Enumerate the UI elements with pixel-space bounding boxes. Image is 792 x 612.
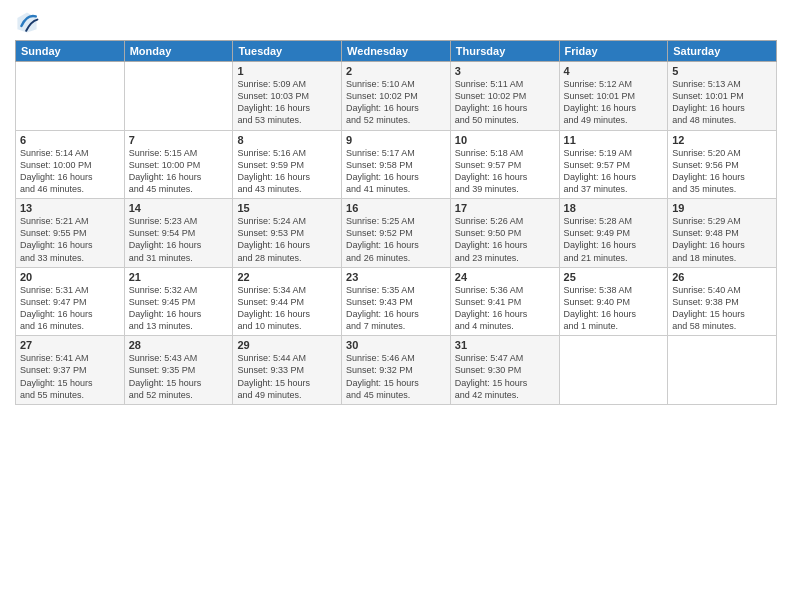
week-row-1: 1Sunrise: 5:09 AM Sunset: 10:03 PM Dayli… <box>16 62 777 131</box>
day-number: 1 <box>237 65 337 77</box>
day-info: Sunrise: 5:29 AM Sunset: 9:48 PM Dayligh… <box>672 215 772 264</box>
day-number: 23 <box>346 271 446 283</box>
week-row-2: 6Sunrise: 5:14 AM Sunset: 10:00 PM Dayli… <box>16 130 777 199</box>
calendar-cell: 4Sunrise: 5:12 AM Sunset: 10:01 PM Dayli… <box>559 62 668 131</box>
day-info: Sunrise: 5:43 AM Sunset: 9:35 PM Dayligh… <box>129 352 229 401</box>
day-info: Sunrise: 5:40 AM Sunset: 9:38 PM Dayligh… <box>672 284 772 333</box>
header <box>15 10 777 34</box>
day-header-monday: Monday <box>124 41 233 62</box>
week-row-3: 13Sunrise: 5:21 AM Sunset: 9:55 PM Dayli… <box>16 199 777 268</box>
calendar-cell: 16Sunrise: 5:25 AM Sunset: 9:52 PM Dayli… <box>342 199 451 268</box>
calendar-cell <box>668 336 777 405</box>
day-info: Sunrise: 5:18 AM Sunset: 9:57 PM Dayligh… <box>455 147 555 196</box>
calendar: SundayMondayTuesdayWednesdayThursdayFrid… <box>15 40 777 405</box>
day-number: 15 <box>237 202 337 214</box>
day-number: 26 <box>672 271 772 283</box>
day-info: Sunrise: 5:24 AM Sunset: 9:53 PM Dayligh… <box>237 215 337 264</box>
day-info: Sunrise: 5:46 AM Sunset: 9:32 PM Dayligh… <box>346 352 446 401</box>
day-info: Sunrise: 5:25 AM Sunset: 9:52 PM Dayligh… <box>346 215 446 264</box>
day-info: Sunrise: 5:32 AM Sunset: 9:45 PM Dayligh… <box>129 284 229 333</box>
page: SundayMondayTuesdayWednesdayThursdayFrid… <box>0 0 792 612</box>
calendar-cell: 21Sunrise: 5:32 AM Sunset: 9:45 PM Dayli… <box>124 267 233 336</box>
calendar-cell: 1Sunrise: 5:09 AM Sunset: 10:03 PM Dayli… <box>233 62 342 131</box>
day-info: Sunrise: 5:44 AM Sunset: 9:33 PM Dayligh… <box>237 352 337 401</box>
calendar-cell: 26Sunrise: 5:40 AM Sunset: 9:38 PM Dayli… <box>668 267 777 336</box>
day-header-saturday: Saturday <box>668 41 777 62</box>
calendar-cell: 11Sunrise: 5:19 AM Sunset: 9:57 PM Dayli… <box>559 130 668 199</box>
day-info: Sunrise: 5:20 AM Sunset: 9:56 PM Dayligh… <box>672 147 772 196</box>
calendar-cell: 29Sunrise: 5:44 AM Sunset: 9:33 PM Dayli… <box>233 336 342 405</box>
day-number: 29 <box>237 339 337 351</box>
day-header-thursday: Thursday <box>450 41 559 62</box>
calendar-cell: 7Sunrise: 5:15 AM Sunset: 10:00 PM Dayli… <box>124 130 233 199</box>
day-number: 25 <box>564 271 664 283</box>
day-number: 17 <box>455 202 555 214</box>
day-info: Sunrise: 5:14 AM Sunset: 10:00 PM Daylig… <box>20 147 120 196</box>
day-number: 5 <box>672 65 772 77</box>
day-info: Sunrise: 5:10 AM Sunset: 10:02 PM Daylig… <box>346 78 446 127</box>
day-info: Sunrise: 5:15 AM Sunset: 10:00 PM Daylig… <box>129 147 229 196</box>
day-number: 28 <box>129 339 229 351</box>
calendar-cell: 18Sunrise: 5:28 AM Sunset: 9:49 PM Dayli… <box>559 199 668 268</box>
logo-icon <box>15 10 39 34</box>
day-number: 9 <box>346 134 446 146</box>
day-info: Sunrise: 5:19 AM Sunset: 9:57 PM Dayligh… <box>564 147 664 196</box>
day-info: Sunrise: 5:11 AM Sunset: 10:02 PM Daylig… <box>455 78 555 127</box>
day-info: Sunrise: 5:12 AM Sunset: 10:01 PM Daylig… <box>564 78 664 127</box>
day-number: 2 <box>346 65 446 77</box>
day-info: Sunrise: 5:17 AM Sunset: 9:58 PM Dayligh… <box>346 147 446 196</box>
day-number: 6 <box>20 134 120 146</box>
calendar-cell: 5Sunrise: 5:13 AM Sunset: 10:01 PM Dayli… <box>668 62 777 131</box>
day-header-friday: Friday <box>559 41 668 62</box>
day-info: Sunrise: 5:41 AM Sunset: 9:37 PM Dayligh… <box>20 352 120 401</box>
day-info: Sunrise: 5:13 AM Sunset: 10:01 PM Daylig… <box>672 78 772 127</box>
calendar-cell: 6Sunrise: 5:14 AM Sunset: 10:00 PM Dayli… <box>16 130 125 199</box>
day-number: 30 <box>346 339 446 351</box>
calendar-cell: 15Sunrise: 5:24 AM Sunset: 9:53 PM Dayli… <box>233 199 342 268</box>
day-info: Sunrise: 5:23 AM Sunset: 9:54 PM Dayligh… <box>129 215 229 264</box>
calendar-cell <box>124 62 233 131</box>
week-row-4: 20Sunrise: 5:31 AM Sunset: 9:47 PM Dayli… <box>16 267 777 336</box>
calendar-cell: 22Sunrise: 5:34 AM Sunset: 9:44 PM Dayli… <box>233 267 342 336</box>
day-number: 12 <box>672 134 772 146</box>
logo <box>15 10 41 34</box>
calendar-cell: 12Sunrise: 5:20 AM Sunset: 9:56 PM Dayli… <box>668 130 777 199</box>
calendar-cell: 19Sunrise: 5:29 AM Sunset: 9:48 PM Dayli… <box>668 199 777 268</box>
calendar-cell: 28Sunrise: 5:43 AM Sunset: 9:35 PM Dayli… <box>124 336 233 405</box>
day-number: 22 <box>237 271 337 283</box>
day-header-wednesday: Wednesday <box>342 41 451 62</box>
day-header-sunday: Sunday <box>16 41 125 62</box>
day-number: 13 <box>20 202 120 214</box>
day-number: 11 <box>564 134 664 146</box>
day-number: 4 <box>564 65 664 77</box>
calendar-cell: 3Sunrise: 5:11 AM Sunset: 10:02 PM Dayli… <box>450 62 559 131</box>
calendar-cell: 30Sunrise: 5:46 AM Sunset: 9:32 PM Dayli… <box>342 336 451 405</box>
day-number: 16 <box>346 202 446 214</box>
calendar-cell: 13Sunrise: 5:21 AM Sunset: 9:55 PM Dayli… <box>16 199 125 268</box>
day-info: Sunrise: 5:21 AM Sunset: 9:55 PM Dayligh… <box>20 215 120 264</box>
calendar-cell: 10Sunrise: 5:18 AM Sunset: 9:57 PM Dayli… <box>450 130 559 199</box>
calendar-cell <box>559 336 668 405</box>
calendar-cell: 2Sunrise: 5:10 AM Sunset: 10:02 PM Dayli… <box>342 62 451 131</box>
week-row-5: 27Sunrise: 5:41 AM Sunset: 9:37 PM Dayli… <box>16 336 777 405</box>
calendar-cell: 20Sunrise: 5:31 AM Sunset: 9:47 PM Dayli… <box>16 267 125 336</box>
day-number: 10 <box>455 134 555 146</box>
calendar-cell: 27Sunrise: 5:41 AM Sunset: 9:37 PM Dayli… <box>16 336 125 405</box>
day-info: Sunrise: 5:31 AM Sunset: 9:47 PM Dayligh… <box>20 284 120 333</box>
calendar-cell: 24Sunrise: 5:36 AM Sunset: 9:41 PM Dayli… <box>450 267 559 336</box>
calendar-cell: 9Sunrise: 5:17 AM Sunset: 9:58 PM Daylig… <box>342 130 451 199</box>
day-info: Sunrise: 5:47 AM Sunset: 9:30 PM Dayligh… <box>455 352 555 401</box>
day-info: Sunrise: 5:38 AM Sunset: 9:40 PM Dayligh… <box>564 284 664 333</box>
day-number: 8 <box>237 134 337 146</box>
day-info: Sunrise: 5:28 AM Sunset: 9:49 PM Dayligh… <box>564 215 664 264</box>
calendar-cell: 31Sunrise: 5:47 AM Sunset: 9:30 PM Dayli… <box>450 336 559 405</box>
day-info: Sunrise: 5:26 AM Sunset: 9:50 PM Dayligh… <box>455 215 555 264</box>
day-number: 24 <box>455 271 555 283</box>
calendar-cell: 25Sunrise: 5:38 AM Sunset: 9:40 PM Dayli… <box>559 267 668 336</box>
day-number: 27 <box>20 339 120 351</box>
calendar-header-row: SundayMondayTuesdayWednesdayThursdayFrid… <box>16 41 777 62</box>
day-number: 20 <box>20 271 120 283</box>
day-info: Sunrise: 5:35 AM Sunset: 9:43 PM Dayligh… <box>346 284 446 333</box>
day-header-tuesday: Tuesday <box>233 41 342 62</box>
calendar-cell: 14Sunrise: 5:23 AM Sunset: 9:54 PM Dayli… <box>124 199 233 268</box>
